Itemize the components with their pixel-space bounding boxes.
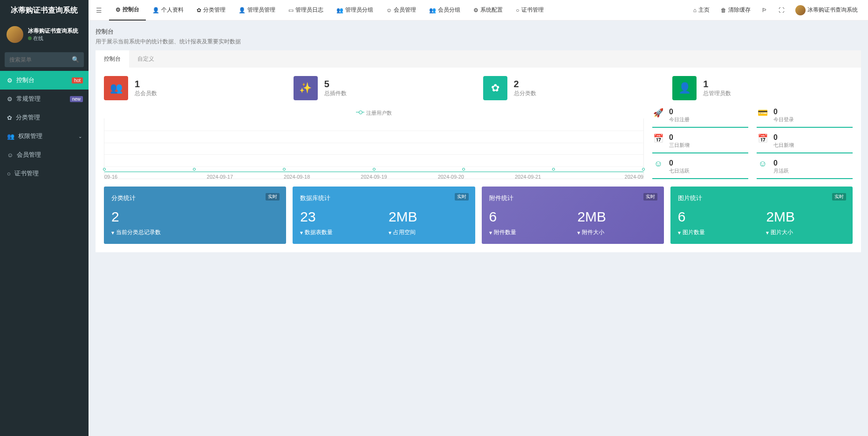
tab-1[interactable]: 自定义 bbox=[129, 50, 163, 68]
avatar bbox=[7, 26, 23, 43]
mini-number: 0 bbox=[773, 133, 794, 142]
menu-icon: ⚙ bbox=[7, 77, 13, 84]
stat-number: 2 bbox=[514, 79, 536, 90]
stat-icon: ✨ bbox=[294, 76, 318, 100]
sidebar-item-4[interactable]: ☺会员管理 bbox=[0, 145, 89, 164]
card-0[interactable]: 实时分类统计2▾当前分类总记录数 bbox=[104, 187, 286, 244]
tab-0[interactable]: 控制台 bbox=[96, 50, 129, 68]
card-1[interactable]: 实时数据库统计23▾数据表数量2MB▾占用空间 bbox=[293, 187, 475, 244]
stat-box-0[interactable]: 👥1总会员数 bbox=[104, 76, 284, 100]
chevron-down-icon: ⌄ bbox=[78, 134, 82, 139]
mini-number: 0 bbox=[773, 159, 789, 167]
mini-stat-0[interactable]: 🚀0今日注册 bbox=[652, 108, 748, 128]
topnav-item-9[interactable]: ○证书管理 bbox=[509, 0, 550, 21]
avatar-icon bbox=[795, 5, 806, 15]
nav-label: 系统配置 bbox=[480, 6, 503, 14]
mini-icon: 📅 bbox=[652, 133, 664, 145]
stat-label: 总管理员数 bbox=[703, 90, 731, 97]
user-status: 在线 bbox=[28, 35, 78, 42]
card-2[interactable]: 实时附件统计6▾附件数量2MB▾附件大小 bbox=[482, 187, 664, 244]
nav-icon: ○ bbox=[516, 7, 519, 14]
topnav-item-8[interactable]: ⚙系统配置 bbox=[467, 0, 509, 21]
mini-stat-3[interactable]: 📅0七日新增 bbox=[757, 133, 853, 153]
sidebar-search: 🔍 bbox=[5, 52, 84, 67]
user-panel: 冰蒂购证书查询系统 在线 bbox=[0, 21, 89, 48]
stat-label: 总分类数 bbox=[514, 90, 536, 97]
user-menu[interactable]: 冰蒂购证书查询系统 bbox=[791, 0, 862, 21]
sidebar: 冰蒂购证书查询系统 冰蒂购证书查询系统 在线 🔍 ⚙控制台hot⚙常规管理new… bbox=[0, 0, 89, 436]
realtime-badge: 实时 bbox=[643, 193, 657, 201]
sidebar-menu: ⚙控制台hot⚙常规管理new✿分类管理👥权限管理⌄☺会员管理○证书管理 bbox=[0, 71, 89, 183]
sidebar-item-2[interactable]: ✿分类管理 bbox=[0, 108, 89, 127]
card-sub-icon: ▾ bbox=[389, 229, 391, 236]
topnav-item-6[interactable]: ☺会员管理 bbox=[380, 0, 423, 21]
nav-label: 会员管理 bbox=[394, 6, 416, 14]
hamburger-icon[interactable]: ☰ bbox=[89, 7, 109, 14]
menu-label: 常规管理 bbox=[16, 95, 41, 103]
topnav-item-5[interactable]: 👥管理员分组 bbox=[330, 0, 380, 21]
topnav-item-4[interactable]: ▭管理员日志 bbox=[282, 0, 330, 21]
chart-legend: 注册用户数 bbox=[104, 108, 644, 118]
stat-box-2[interactable]: ✿2总分类数 bbox=[483, 76, 663, 100]
lang-icon[interactable]: 🏳 bbox=[757, 0, 772, 21]
sidebar-item-0[interactable]: ⚙控制台hot bbox=[0, 71, 89, 90]
stat-box-1[interactable]: ✨5总插件数 bbox=[294, 76, 474, 100]
menu-icon: ○ bbox=[7, 170, 11, 177]
stat-number: 5 bbox=[324, 79, 347, 90]
stat-box-3[interactable]: 👤1总管理员数 bbox=[672, 76, 853, 100]
topnav-item-0[interactable]: ⚙控制台 bbox=[109, 0, 146, 21]
stat-number: 1 bbox=[703, 79, 731, 90]
realtime-badge: 实时 bbox=[455, 193, 469, 201]
menu-icon: ✿ bbox=[7, 114, 12, 121]
fullscreen-icon[interactable]: ⛶ bbox=[774, 0, 789, 21]
home-link[interactable]: ⌂主页 bbox=[689, 0, 714, 21]
card-value: 2MB bbox=[577, 209, 656, 225]
sidebar-item-3[interactable]: 👥权限管理⌄ bbox=[0, 127, 89, 145]
topnav-item-3[interactable]: 👤管理员管理 bbox=[232, 0, 282, 21]
nav-label: 证书管理 bbox=[521, 6, 544, 14]
sidebar-item-5[interactable]: ○证书管理 bbox=[0, 164, 89, 183]
clear-cache-link[interactable]: 🗑清除缓存 bbox=[716, 0, 755, 21]
x-label: 2024-09-20 bbox=[412, 174, 489, 180]
topnav-item-2[interactable]: ✿分类管理 bbox=[190, 0, 232, 21]
mini-stat-4[interactable]: ☺0七日活跃 bbox=[652, 159, 748, 179]
data-point bbox=[552, 168, 555, 171]
x-label: 2024-09-17 bbox=[181, 174, 258, 180]
card-sub-icon: ▾ bbox=[111, 229, 114, 236]
data-point bbox=[642, 168, 645, 171]
nav-icon: 👥 bbox=[429, 7, 436, 14]
stat-icon: 👤 bbox=[672, 76, 697, 100]
page-subtitle: 用于展示当前系统中的统计数据、统计报表及重要实时数据 bbox=[96, 38, 861, 46]
line-chart[interactable]: 09-162024-09-172024-09-182024-09-192024-… bbox=[104, 118, 644, 179]
card-3[interactable]: 实时图片统计6▾图片数量2MB▾图片大小 bbox=[670, 187, 853, 244]
mini-label: 七日新增 bbox=[773, 142, 794, 149]
sidebar-item-1[interactable]: ⚙常规管理new bbox=[0, 90, 89, 108]
card-sublabel: ▾当前分类总记录数 bbox=[111, 228, 279, 236]
trash-icon: 🗑 bbox=[721, 7, 726, 14]
nav-label: 管理员日志 bbox=[295, 6, 323, 14]
badge: hot bbox=[72, 77, 83, 83]
mini-number: 0 bbox=[669, 133, 690, 142]
nav-icon: ✿ bbox=[197, 7, 201, 14]
dashboard-panel: 👥1总会员数✨5总插件数✿2总分类数👤1总管理员数 注册用户数 09-16202… bbox=[96, 68, 861, 252]
mini-stat-1[interactable]: 💳0今日登录 bbox=[757, 108, 853, 128]
menu-label: 证书管理 bbox=[14, 169, 39, 178]
topnav-item-7[interactable]: 👥会员分组 bbox=[423, 0, 467, 21]
nav-label: 控制台 bbox=[123, 6, 139, 14]
topnav-item-1[interactable]: 👤个人资料 bbox=[146, 0, 190, 21]
mini-stat-2[interactable]: 📅0三日新增 bbox=[652, 133, 748, 153]
stat-cards: 实时分类统计2▾当前分类总记录数实时数据库统计23▾数据表数量2MB▾占用空间实… bbox=[104, 187, 853, 244]
menu-icon: ⚙ bbox=[7, 96, 13, 103]
search-icon[interactable]: 🔍 bbox=[72, 56, 79, 63]
nav-label: 个人资料 bbox=[161, 6, 184, 14]
mini-number: 0 bbox=[669, 108, 690, 116]
mini-stat-5[interactable]: ☺0月活跃 bbox=[757, 159, 853, 179]
mini-label: 七日活跃 bbox=[669, 167, 690, 174]
card-sublabel: ▾附件数量 bbox=[489, 228, 568, 236]
main-content: 控制台 用于展示当前系统中的统计数据、统计报表及重要实时数据 控制台自定义 👥1… bbox=[89, 0, 868, 436]
card-title: 图片统计 bbox=[678, 194, 845, 202]
page-title: 控制台 bbox=[96, 28, 861, 36]
card-title: 附件统计 bbox=[489, 194, 656, 202]
nav-icon: ⚙ bbox=[473, 7, 478, 14]
nav-label: 会员分组 bbox=[438, 6, 460, 14]
